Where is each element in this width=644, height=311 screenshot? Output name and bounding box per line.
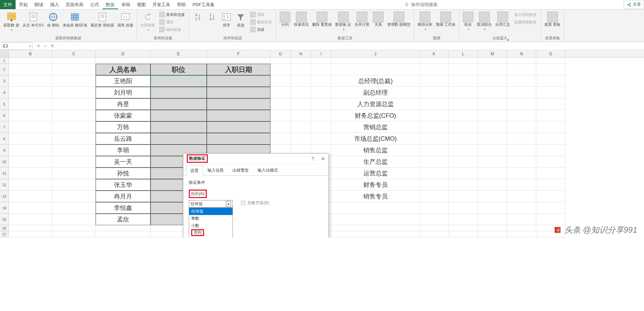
menu-review[interactable]: 审阅 [118,0,134,9]
cell[interactable] [536,87,565,98]
refresh-all-btn[interactable]: 全部刷新 [139,11,157,33]
edit-links-btn[interactable]: 编辑链接 [157,26,187,33]
cell[interactable] [449,133,478,144]
cell[interactable] [507,191,536,202]
queries-conn-btn[interactable]: 查询和连接 [157,11,187,18]
row-header[interactable]: 4 [0,87,9,98]
cell[interactable] [536,214,565,225]
cell[interactable]: 人力资源总监 [331,98,420,110]
reapply-btn[interactable]: 重新应用 [248,18,274,26]
cell[interactable] [311,110,331,121]
cell[interactable] [449,214,478,225]
cell[interactable]: 李萌 [96,144,150,156]
menu-dev[interactable]: 开发工具 [149,0,174,9]
cell[interactable] [331,202,420,214]
cell[interactable] [478,168,507,179]
cell[interactable] [52,191,96,202]
col-N[interactable]: N [507,50,536,57]
opt-any[interactable]: 任何值 [189,208,233,215]
from-table-btn[interactable]: 来自表 格/区域 [61,11,88,28]
cell[interactable] [536,179,565,191]
cell[interactable] [420,156,449,168]
cell[interactable]: 财务总监(CFO) [331,110,420,121]
whatif-btn[interactable]: 模拟分析 [416,11,434,32]
cell[interactable] [507,58,536,64]
cell[interactable] [52,64,96,75]
cell[interactable] [478,58,507,64]
cell[interactable] [536,202,565,214]
cell[interactable] [449,58,478,64]
row-header[interactable]: 16 [0,225,9,231]
row-header[interactable]: 15 [0,214,9,225]
row-header[interactable]: 14 [0,202,9,214]
col-L[interactable]: L [449,50,478,57]
cell[interactable]: 销售总监 [331,144,420,156]
data-model-btn[interactable]: 管理数 据模型 [386,11,412,27]
cell[interactable] [9,64,52,75]
cell[interactable] [420,202,449,214]
cell[interactable] [52,179,96,191]
accept-formula-icon[interactable]: ✓ [44,43,47,48]
cancel-formula-icon[interactable]: ✕ [37,43,40,48]
cell[interactable] [52,144,96,156]
cell[interactable] [420,191,449,202]
cell[interactable] [449,87,478,98]
cell[interactable] [478,225,507,231]
cell[interactable]: 张蒙蒙 [96,110,150,121]
relations-btn[interactable]: 关系 [371,11,385,27]
cell[interactable]: 李恒鑫 [96,202,150,214]
ungroup-btn[interactable]: 取消组合 [476,11,493,32]
cell[interactable] [9,156,52,168]
cell[interactable] [420,98,449,110]
tab-settings[interactable]: 设置 [186,166,203,176]
cell[interactable] [331,64,420,75]
sort-desc-btn[interactable]: ZA [205,11,219,24]
menu-home[interactable]: 开始 [16,0,31,9]
col-C[interactable]: C [52,50,96,57]
cell[interactable] [207,98,270,110]
subtotal-btn[interactable]: 分类汇总 [494,11,511,27]
cell[interactable] [52,156,96,168]
cell[interactable] [536,191,565,202]
select-all[interactable] [0,50,9,57]
menu-view[interactable]: 视图 [134,0,149,9]
existing-conn-btn[interactable]: 现有 连接 [116,11,135,28]
hide-detail-btn[interactable]: 隐藏明细数据 [512,18,539,26]
cell[interactable] [478,202,507,214]
menu-data[interactable]: 数据 [102,0,118,9]
cell[interactable]: 财务专员 [331,179,420,191]
cell[interactable] [52,75,96,87]
cell[interactable] [449,156,478,168]
cell[interactable] [420,179,449,191]
cell[interactable] [291,133,311,144]
cell[interactable] [420,121,449,133]
cell[interactable]: 生产总监 [331,156,420,168]
cell[interactable]: 副总经理 [331,87,420,98]
cell[interactable] [9,58,52,64]
cell[interactable] [331,225,420,231]
cell[interactable] [449,191,478,202]
cell[interactable] [449,179,478,191]
row-header[interactable]: 5 [0,98,9,110]
cell[interactable] [331,214,420,225]
menu-insert[interactable]: 插入 [47,0,62,9]
cell[interactable] [478,231,507,237]
cell[interactable] [507,202,536,214]
ignore-blank-check[interactable]: ✓忽略空值(B) [241,200,269,206]
cell[interactable]: 运营总监 [331,168,420,179]
cell[interactable] [9,121,52,133]
col-G[interactable]: G [270,50,291,57]
cell[interactable] [207,75,270,87]
menu-pdf[interactable]: PDF工具集 [189,0,218,9]
row-header[interactable]: 10 [0,156,9,168]
cell[interactable] [311,87,331,98]
cell[interactable] [536,58,565,64]
cell[interactable] [420,231,449,237]
row-header[interactable]: 6 [0,110,9,121]
cell[interactable] [150,87,207,98]
cell[interactable] [291,64,311,75]
col-M[interactable]: M [478,50,507,57]
cell[interactable] [478,156,507,168]
menu-read[interactable]: 朗读 [31,0,47,9]
menu-file[interactable]: 文件 [0,0,16,9]
